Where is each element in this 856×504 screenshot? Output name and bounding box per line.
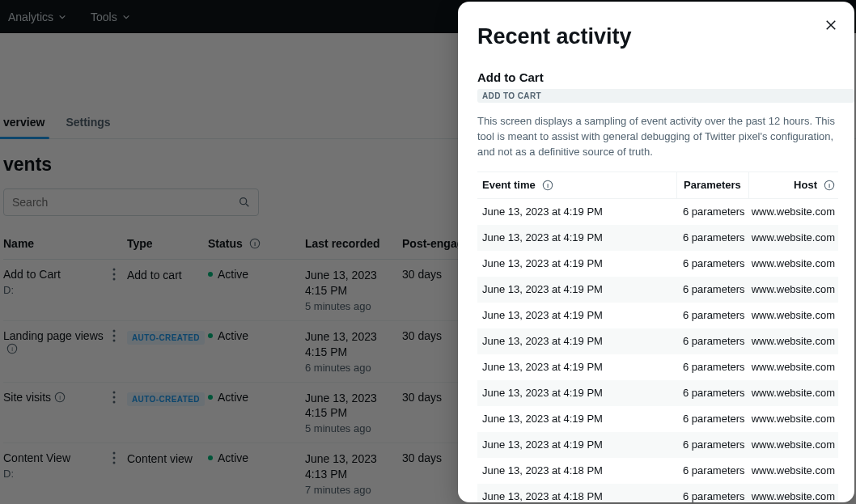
event-tag: ADD TO CART (477, 89, 854, 103)
activity-time: June 13, 2023 at 4:19 PM (477, 257, 676, 269)
activity-row[interactable]: June 13, 2023 at 4:19 PM6 parameterswww.… (477, 225, 838, 251)
activity-parameters: 6 parameters (676, 361, 749, 373)
activity-time: June 13, 2023 at 4:19 PM (477, 438, 676, 451)
activity-host: www.website.com (749, 490, 838, 502)
activity-time: June 13, 2023 at 4:18 PM (477, 464, 676, 476)
activity-time: June 13, 2023 at 4:19 PM (477, 361, 676, 373)
activity-host: www.website.com (749, 464, 838, 476)
activity-time: June 13, 2023 at 4:19 PM (477, 335, 676, 347)
activity-time: June 13, 2023 at 4:19 PM (477, 231, 676, 244)
activity-row[interactable]: June 13, 2023 at 4:19 PM6 parameterswww.… (477, 251, 838, 277)
activity-time: June 13, 2023 at 4:18 PM (477, 490, 676, 502)
panel-title: Recent activity (458, 2, 854, 57)
activity-host: www.website.com (749, 387, 838, 399)
event-name: Add to Cart (477, 70, 854, 84)
col-parameters[interactable]: Parameters (676, 172, 749, 198)
activity-row[interactable]: June 13, 2023 at 4:19 PM6 parameterswww.… (477, 199, 838, 225)
activity-host: www.website.com (749, 413, 838, 425)
col-host[interactable]: Host i (749, 179, 838, 191)
activity-row[interactable]: June 13, 2023 at 4:19 PM6 parameterswww.… (477, 432, 838, 458)
activity-host: www.website.com (749, 335, 838, 347)
activity-time: June 13, 2023 at 4:19 PM (477, 413, 676, 425)
activity-parameters: 6 parameters (676, 205, 749, 218)
activity-time: June 13, 2023 at 4:19 PM (477, 283, 676, 295)
activity-row[interactable]: June 13, 2023 at 4:19 PM6 parameterswww.… (477, 277, 838, 303)
activity-host: www.website.com (749, 361, 838, 373)
svg-text:i: i (547, 181, 549, 188)
activity-parameters: 6 parameters (676, 257, 749, 269)
activity-host: www.website.com (749, 309, 838, 321)
activity-time: June 13, 2023 at 4:19 PM (477, 205, 676, 218)
recent-activity-panel: Recent activity Add to Cart ADD TO CART … (458, 2, 854, 502)
activity-row[interactable]: June 13, 2023 at 4:19 PM6 parameterswww.… (477, 380, 838, 406)
activity-parameters: 6 parameters (676, 464, 749, 476)
activity-host: www.website.com (749, 257, 838, 269)
activity-parameters: 6 parameters (676, 231, 749, 244)
activity-parameters: 6 parameters (676, 413, 749, 425)
activity-row[interactable]: June 13, 2023 at 4:19 PM6 parameterswww.… (477, 328, 838, 354)
close-button[interactable] (822, 16, 840, 34)
svg-text:i: i (828, 181, 830, 188)
info-icon: i (824, 180, 835, 191)
activity-time: June 13, 2023 at 4:19 PM (477, 387, 676, 399)
activity-row[interactable]: June 13, 2023 at 4:18 PM6 parameterswww.… (477, 458, 838, 484)
activity-time: June 13, 2023 at 4:19 PM (477, 309, 676, 321)
col-event-time[interactable]: Event time i (477, 179, 676, 191)
activity-host: www.website.com (749, 205, 838, 218)
activity-parameters: 6 parameters (676, 490, 749, 502)
activity-parameters: 6 parameters (676, 387, 749, 399)
activity-host: www.website.com (749, 438, 838, 451)
activity-parameters: 6 parameters (676, 283, 749, 295)
info-icon: i (542, 180, 553, 191)
activity-row[interactable]: June 13, 2023 at 4:19 PM6 parameterswww.… (477, 406, 838, 432)
activity-table-head: Event time i Parameters Host i (477, 172, 838, 199)
close-icon (824, 18, 838, 32)
activity-parameters: 6 parameters (676, 438, 749, 451)
panel-description: This screen displays a sampling of event… (477, 114, 854, 160)
activity-parameters: 6 parameters (676, 309, 749, 321)
activity-parameters: 6 parameters (676, 335, 749, 347)
activity-host: www.website.com (749, 283, 838, 295)
activity-row[interactable]: June 13, 2023 at 4:18 PM6 parameterswww.… (477, 484, 838, 502)
activity-row[interactable]: June 13, 2023 at 4:19 PM6 parameterswww.… (477, 354, 838, 380)
activity-row[interactable]: June 13, 2023 at 4:19 PM6 parameterswww.… (477, 303, 838, 328)
activity-host: www.website.com (749, 231, 838, 244)
